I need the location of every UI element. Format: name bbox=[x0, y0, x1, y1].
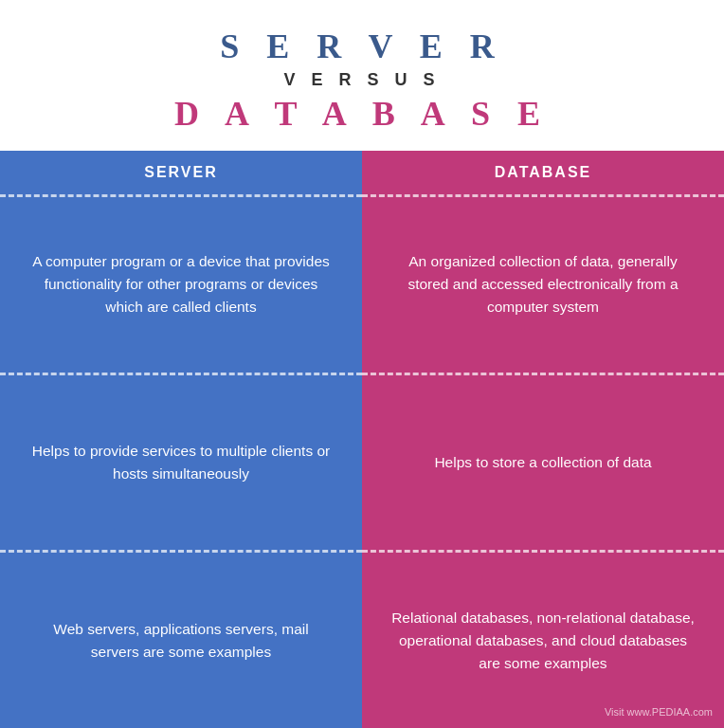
title-database: D A T A B A S E bbox=[19, 94, 705, 134]
title-server: S E R V E R bbox=[19, 27, 705, 66]
title-versus: V E R S U S bbox=[19, 70, 705, 90]
server-column-header: SERVER bbox=[0, 151, 362, 194]
server-row-2-text: Helps to provide services to multiple cl… bbox=[28, 440, 334, 485]
database-row-3: Relational databases, non-relational dat… bbox=[362, 553, 724, 728]
watermark: Visit www.PEDIAA.com bbox=[605, 704, 713, 720]
database-column: DATABASE An organized collection of data… bbox=[362, 151, 724, 728]
server-row-1-text: A computer program or a device that prov… bbox=[28, 250, 334, 318]
server-column: SERVER A computer program or a device th… bbox=[0, 151, 362, 728]
comparison-table: SERVER A computer program or a device th… bbox=[0, 151, 724, 728]
server-row-1: A computer program or a device that prov… bbox=[0, 197, 362, 373]
database-row-1-text: An organized collection of data, general… bbox=[390, 250, 696, 318]
database-row-3-text: Relational databases, non-relational dat… bbox=[390, 607, 696, 675]
database-row-2: Helps to store a collection of data bbox=[362, 375, 724, 551]
server-row-3: Web servers, applications servers, mail … bbox=[0, 553, 362, 728]
server-row-2: Helps to provide services to multiple cl… bbox=[0, 375, 362, 551]
server-row-3-text: Web servers, applications servers, mail … bbox=[28, 618, 334, 664]
database-column-header: DATABASE bbox=[362, 151, 724, 194]
header-section: S E R V E R V E R S U S D A T A B A S E bbox=[0, 0, 724, 151]
database-row-1: An organized collection of data, general… bbox=[362, 197, 724, 373]
database-row-2-text: Helps to store a collection of data bbox=[434, 451, 651, 474]
